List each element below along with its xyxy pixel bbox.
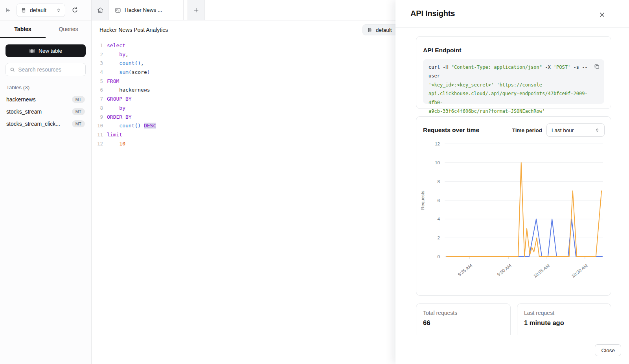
svg-text:6: 6 bbox=[438, 198, 440, 203]
home-icon bbox=[97, 7, 104, 14]
code-token: ORDER BY bbox=[107, 114, 132, 120]
panel-title: API Insights bbox=[410, 9, 455, 18]
app: default Tables Queries New table Tables … bbox=[0, 0, 629, 364]
curl-line: api.clickhouse.cloud/.api/query-endpoint… bbox=[429, 89, 589, 107]
table-engine-badge: MT bbox=[72, 96, 85, 103]
tables-section-label: Tables (3) bbox=[6, 85, 85, 90]
curl-command: curl -H "Content-Type: application/json"… bbox=[429, 63, 589, 116]
indent-guide bbox=[109, 122, 109, 130]
line-number: 2 bbox=[92, 50, 103, 59]
api-endpoint-card: API Endpoint curl -H "Content-Type: appl… bbox=[416, 36, 611, 109]
new-table-label: New table bbox=[39, 48, 62, 54]
tab-title: Hacker News ... bbox=[125, 7, 162, 13]
search-icon bbox=[10, 67, 15, 73]
new-table-button[interactable]: New table bbox=[6, 44, 86, 57]
time-period-group: Time period Last hour bbox=[512, 123, 605, 137]
line-number: 1 bbox=[92, 41, 103, 50]
editor-database-value: default bbox=[376, 27, 392, 33]
copy-button[interactable] bbox=[594, 63, 600, 70]
curl-command-block: curl -H "Content-Type: application/json"… bbox=[423, 59, 604, 104]
svg-text:9:50 AM: 9:50 AM bbox=[496, 263, 512, 277]
code-text: count() DESC bbox=[103, 121, 156, 131]
code-text: by bbox=[103, 104, 125, 113]
line-number: 8 bbox=[92, 104, 103, 113]
tab-hacker-news[interactable]: Hacker News ... bbox=[109, 0, 184, 20]
sidebar-tabs: Tables Queries bbox=[0, 20, 91, 38]
line-number: 11 bbox=[92, 131, 103, 140]
table-engine-badge: MT bbox=[72, 108, 85, 115]
code-token: , bbox=[125, 51, 129, 57]
line-number: 5 bbox=[92, 77, 103, 86]
table-grid-icon bbox=[29, 48, 35, 54]
code-token: count bbox=[119, 123, 134, 129]
code-token: hackernews bbox=[107, 87, 150, 93]
copy-icon bbox=[594, 63, 600, 70]
code-text: sum(score) bbox=[103, 68, 150, 77]
sidebar: default Tables Queries New table Tables … bbox=[0, 0, 92, 364]
sidebar-body: New table Tables (3) hackernewsMTstocks_… bbox=[0, 38, 91, 136]
database-selector[interactable]: default bbox=[17, 4, 65, 17]
svg-text:4: 4 bbox=[438, 217, 440, 221]
time-period-label: Time period bbox=[512, 127, 542, 133]
code-token: ) bbox=[147, 69, 150, 75]
svg-text:9:35 AM: 9:35 AM bbox=[457, 263, 473, 277]
refresh-button[interactable] bbox=[72, 7, 78, 13]
search-box[interactable] bbox=[6, 63, 86, 76]
table-row[interactable]: stocks_streamMT bbox=[6, 105, 86, 118]
stat-label: Last request bbox=[524, 310, 604, 316]
code-token: , bbox=[141, 60, 144, 66]
panel-content: API Endpoint curl -H "Content-Type: appl… bbox=[395, 28, 629, 335]
tab-tables[interactable]: Tables bbox=[0, 20, 46, 38]
api-endpoint-title: API Endpoint bbox=[423, 47, 604, 54]
indent-guide bbox=[109, 140, 109, 148]
code-text: 10 bbox=[103, 140, 125, 149]
code-token: select bbox=[107, 42, 125, 48]
search-input[interactable] bbox=[18, 66, 81, 73]
table-name: stocks_stream_click... bbox=[6, 121, 60, 127]
svg-text:8: 8 bbox=[438, 179, 440, 184]
refresh-icon bbox=[72, 7, 78, 13]
line-number: 9 bbox=[92, 113, 103, 122]
code-token: () bbox=[134, 60, 141, 66]
stat-label: Total requests bbox=[423, 310, 504, 316]
table-engine-badge: MT bbox=[72, 120, 85, 127]
sidebar-topbar: default bbox=[0, 0, 91, 20]
stats-row: Total requests66Last request1 minute ago bbox=[416, 303, 611, 335]
indent-guide bbox=[109, 86, 109, 94]
indent-guide bbox=[109, 69, 109, 76]
chart-header: Requests over time Time period Last hour bbox=[423, 123, 605, 137]
svg-text:2: 2 bbox=[438, 235, 440, 240]
svg-text:0: 0 bbox=[438, 254, 440, 259]
tab-queries[interactable]: Queries bbox=[46, 20, 91, 38]
code-token: GROUP BY bbox=[107, 96, 132, 102]
code-text: GROUP BY bbox=[103, 95, 132, 104]
database-icon bbox=[21, 7, 26, 13]
code-token bbox=[141, 123, 144, 129]
table-name: stocks_stream bbox=[6, 108, 42, 115]
api-insights-panel: API Insights API Endpoint curl -H "Conte… bbox=[395, 0, 629, 364]
code-token: sum bbox=[119, 69, 128, 75]
close-panel-button[interactable] bbox=[598, 10, 606, 19]
code-token: ( bbox=[129, 69, 132, 75]
collapse-sidebar-button[interactable] bbox=[5, 7, 11, 13]
code-token: 10 bbox=[119, 141, 125, 147]
plus-icon bbox=[193, 7, 199, 13]
stat-card: Last request1 minute ago bbox=[517, 303, 611, 335]
new-tab-button[interactable] bbox=[188, 0, 205, 20]
requests-line-chart: 024681012Requests9:35 AM9:50 AM10:05 AM1… bbox=[416, 117, 612, 296]
svg-text:10: 10 bbox=[435, 160, 440, 165]
home-button[interactable] bbox=[92, 0, 109, 20]
line-number: 7 bbox=[92, 95, 103, 104]
indent-guide bbox=[109, 105, 109, 112]
panel-footer: Close bbox=[395, 335, 629, 364]
table-row[interactable]: stocks_stream_click...MT bbox=[6, 118, 86, 130]
table-row[interactable]: hackernewsMT bbox=[6, 93, 86, 105]
stat-value: 66 bbox=[423, 319, 504, 327]
line-number: 12 bbox=[92, 140, 103, 149]
chevron-up-down-icon bbox=[595, 128, 600, 132]
close-icon bbox=[599, 11, 605, 18]
indent-guide bbox=[109, 60, 109, 67]
time-period-select[interactable]: Last hour bbox=[546, 123, 605, 137]
curl-line: '<key_id>:<key_secret>' 'https://console… bbox=[429, 81, 589, 89]
close-button[interactable]: Close bbox=[595, 344, 621, 356]
